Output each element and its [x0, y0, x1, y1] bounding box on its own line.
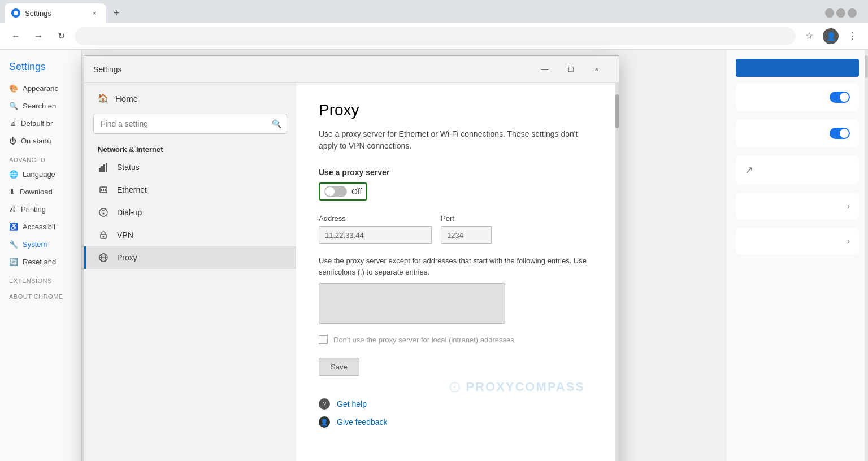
- sidebar-item-label: Reset and: [23, 258, 56, 266]
- toggle-on-2[interactable]: [830, 128, 850, 139]
- back-button[interactable]: ←: [7, 27, 25, 45]
- search-input[interactable]: [93, 114, 287, 134]
- startup-icon: ⏻: [9, 137, 16, 145]
- svg-rect-6: [101, 189, 102, 191]
- avatar-button[interactable]: 👤: [823, 28, 839, 44]
- printing-icon: 🖨: [9, 205, 16, 214]
- nav-item-ethernet[interactable]: Ethernet: [84, 179, 296, 201]
- port-label: Port: [441, 214, 492, 223]
- sidebar-item-label: Appearanc: [23, 84, 58, 93]
- tab-icon: [11, 8, 20, 18]
- sidebar-item-label: Language: [23, 170, 55, 179]
- menu-button[interactable]: ⋮: [843, 27, 861, 45]
- window-maximize[interactable]: [836, 8, 845, 18]
- home-button[interactable]: 🏠 Home: [84, 88, 296, 109]
- chrome-setting-header: [736, 59, 859, 77]
- chevron-icon-2: ›: [847, 236, 850, 246]
- sidebar-item-language[interactable]: 🌐 Language: [0, 166, 81, 183]
- network-section-title: Network & Internet: [84, 138, 296, 156]
- save-button[interactable]: Save: [319, 358, 359, 376]
- minimize-button[interactable]: —: [532, 60, 558, 79]
- window-controls: — ☐ ×: [532, 60, 610, 79]
- nav-item-proxy[interactable]: Proxy: [84, 246, 296, 269]
- svg-rect-3: [103, 164, 105, 172]
- chrome-setting-row-2: [736, 120, 859, 147]
- give-feedback-link[interactable]: Give feedback: [337, 417, 388, 427]
- window-minimize[interactable]: [825, 8, 834, 18]
- windows-settings-window: Settings — ☐ × 🏠 Home 🔍 Network & Intern…: [84, 55, 619, 461]
- chrome-setting-row-4[interactable]: ›: [736, 193, 859, 219]
- svg-point-10: [103, 213, 105, 215]
- exception-description: Use the proxy server except for addresse…: [319, 255, 596, 277]
- settings-scrollbar[interactable]: [615, 83, 619, 461]
- toggle-on-1[interactable]: [830, 92, 850, 103]
- get-help-link[interactable]: Get help: [337, 399, 367, 408]
- nav-bar: ← → ↻ ☆ 👤 ⋮: [0, 23, 868, 50]
- new-tab-button[interactable]: +: [108, 5, 124, 21]
- sidebar-item-search[interactable]: 🔍 Search en: [0, 97, 81, 115]
- sidebar-item-accessibility[interactable]: ♿ Accessibil: [0, 218, 81, 236]
- sidebar-item-reset[interactable]: 🔄 Reset and: [0, 253, 81, 271]
- settings-titlebar: Settings — ☐ ×: [84, 56, 619, 83]
- accessibility-icon: ♿: [9, 223, 18, 231]
- get-help-row[interactable]: ? Get help: [319, 398, 596, 410]
- dialup-icon: [98, 207, 109, 218]
- scrollbar[interactable]: [865, 50, 868, 461]
- chrome-setting-row-3[interactable]: ↗: [736, 156, 859, 184]
- settings-main-content: Proxy Use a proxy server for Ethernet or…: [296, 83, 619, 461]
- svg-rect-4: [106, 163, 107, 172]
- sidebar-item-startup[interactable]: ⏻ On startu: [0, 132, 81, 150]
- settings-title-text: Settings: [93, 65, 532, 74]
- sidebar-item-appearance[interactable]: 🎨 Appearanc: [0, 80, 81, 97]
- proxy-page-title: Proxy: [319, 101, 596, 119]
- port-input[interactable]: [441, 226, 492, 244]
- nav-item-dialup[interactable]: Dial-up: [84, 201, 296, 224]
- chrome-setting-row-5[interactable]: ›: [736, 228, 859, 254]
- appearance-icon: 🎨: [9, 84, 18, 93]
- proxy-toggle-row: Off: [319, 182, 596, 201]
- tab-title: Settings: [25, 9, 85, 18]
- star-button[interactable]: ☆: [800, 27, 818, 45]
- proxy-toggle[interactable]: [324, 186, 347, 197]
- settings-search-box[interactable]: 🔍: [93, 114, 287, 134]
- scrollbar-thumb: [615, 94, 619, 128]
- nav-item-vpn[interactable]: VPN: [84, 224, 296, 246]
- vpn-icon: [98, 229, 109, 241]
- sidebar-item-label: Search en: [23, 102, 56, 110]
- proxy-icon: [98, 252, 109, 263]
- tab-close-button[interactable]: ×: [89, 8, 99, 18]
- exception-textarea[interactable]: [319, 283, 505, 324]
- advanced-section-label: Advanced: [0, 150, 81, 166]
- sidebar-item-default-browser[interactable]: 🖥 Default br: [0, 115, 81, 132]
- status-icon: [98, 162, 109, 173]
- close-button[interactable]: ×: [584, 60, 610, 79]
- forward-button[interactable]: →: [29, 27, 47, 45]
- sidebar-item-printing[interactable]: 🖨 Printing: [0, 201, 81, 218]
- nav-item-status[interactable]: Status: [84, 156, 296, 179]
- sidebar-item-label: Accessibil: [23, 223, 55, 231]
- search-engine-icon: 🔍: [9, 102, 18, 110]
- external-icon: ↗: [745, 164, 753, 176]
- refresh-button[interactable]: ↻: [52, 27, 70, 45]
- nav-item-label: Ethernet: [117, 185, 147, 194]
- search-icon: 🔍: [272, 119, 281, 128]
- settings-tab[interactable]: Settings ×: [5, 3, 106, 23]
- maximize-button[interactable]: ☐: [558, 60, 584, 79]
- sidebar-item-system[interactable]: 🔧 System: [0, 236, 81, 253]
- toggle-container[interactable]: Off: [319, 182, 367, 201]
- system-icon: 🔧: [9, 240, 18, 249]
- address-field-group: Address: [319, 214, 432, 244]
- window-close[interactable]: [848, 8, 857, 18]
- checkbox-row: Don't use the proxy server for local (in…: [319, 335, 596, 344]
- default-browser-icon: 🖥: [9, 119, 16, 128]
- give-feedback-row[interactable]: 👤 Give feedback: [319, 416, 596, 428]
- sidebar-item-downloads[interactable]: ⬇ Download: [0, 183, 81, 201]
- nav-item-label: Dial-up: [117, 208, 142, 217]
- local-address-checkbox[interactable]: [319, 335, 328, 344]
- browser-content: Settings 🎨 Appearanc 🔍 Search en 🖥 Defau…: [0, 50, 868, 461]
- address-input[interactable]: [319, 226, 432, 244]
- nav-item-label: Proxy: [117, 253, 137, 262]
- browser-chrome: Settings × + ← → ↻ ☆ 👤 ⋮: [0, 0, 868, 50]
- home-label: Home: [115, 94, 138, 103]
- address-bar[interactable]: [75, 27, 796, 45]
